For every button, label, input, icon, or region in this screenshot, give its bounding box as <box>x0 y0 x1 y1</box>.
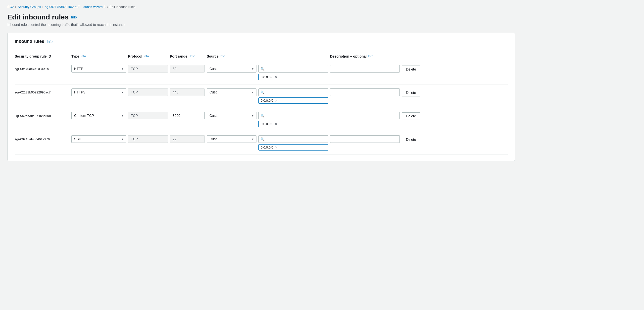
cidr-value-0: 0.0.0.0/0 <box>261 75 273 79</box>
desc-col-0 <box>330 65 400 73</box>
page-title: Edit inbound rules <box>8 13 69 21</box>
source-col-1: 🔍 0.0.0.0/0 ✕ <box>258 88 328 104</box>
cidr-close-3[interactable]: ✕ <box>275 146 277 149</box>
search-input-1[interactable] <box>258 88 328 96</box>
breadcrumb-security-groups[interactable]: Security Groups <box>18 5 41 9</box>
port-input-0 <box>170 65 205 73</box>
breadcrumb-current: Edit inbound rules <box>110 5 135 9</box>
source-select-2[interactable]: Cust... Anywhere-IPv4 Anywhere-IPv6 My I… <box>207 112 256 119</box>
cidr-value-1: 0.0.0.0/0 <box>261 99 273 102</box>
protocol-1 <box>128 88 168 96</box>
protocol-input-2 <box>128 112 168 119</box>
cidr-close-0[interactable]: ✕ <box>275 76 277 79</box>
port-2 <box>170 112 205 119</box>
delete-col-0: Delete <box>402 65 432 73</box>
source-select-1[interactable]: Cust... Anywhere-IPv4 Anywhere-IPv6 My I… <box>207 88 256 96</box>
card-title: Inbound rules <box>15 39 44 44</box>
delete-button-3[interactable]: Delete <box>402 136 420 143</box>
rule-id-1: sgr-02183b00222990ac7 <box>15 88 70 94</box>
cidr-value-2: 0.0.0.0/0 <box>261 122 273 126</box>
breadcrumb-sg-id[interactable]: sg-0971753828106ac17 - launch-wizard-3 <box>45 5 106 9</box>
breadcrumb-ec2[interactable]: EC2 <box>8 5 14 9</box>
search-wrapper-3: 🔍 <box>258 135 328 143</box>
table-row: sgr-00a45af48c4619976 HTTP HTTPS Custom … <box>15 131 508 155</box>
th-desc: Description – optional Info <box>330 54 400 58</box>
desc-input-2[interactable] <box>330 112 400 119</box>
port-3 <box>170 135 205 143</box>
type-select-3[interactable]: HTTP HTTPS Custom TCP SSH <box>72 135 126 143</box>
protocol-input-1 <box>128 88 168 96</box>
th-action <box>402 54 432 58</box>
port-0 <box>170 65 205 73</box>
search-wrapper-2: 🔍 <box>258 112 328 119</box>
delete-button-2[interactable]: Delete <box>402 112 420 120</box>
th-source-input <box>258 54 328 58</box>
desc-input-3[interactable] <box>330 135 400 143</box>
source-col-2: 🔍 0.0.0.0/0 ✕ <box>258 112 328 127</box>
port-input-1 <box>170 88 205 96</box>
cidr-tag-1: 0.0.0.0/0 ✕ <box>258 97 328 104</box>
breadcrumb-sep-2: › <box>42 5 44 9</box>
source-select-0[interactable]: Cust... Anywhere-IPv4 Anywhere-IPv6 My I… <box>207 65 256 73</box>
search-wrapper-1: 🔍 <box>258 88 328 96</box>
rule-id-0: sgr-0ffd70dc7d1084a1a <box>15 65 70 71</box>
delete-col-3: Delete <box>402 135 432 143</box>
protocol-input-0 <box>128 65 168 73</box>
source-select-wrapper-0: Cust... Anywhere-IPv4 Anywhere-IPv6 My I… <box>207 65 256 73</box>
type-select-1[interactable]: HTTP HTTPS Custom TCP SSH <box>72 88 126 96</box>
type-select-wrapper-0: HTTP HTTPS Custom TCP SSH ▼ <box>72 65 126 73</box>
desc-col-2 <box>330 112 400 119</box>
table-header: Security group rule ID Type Info Protoco… <box>15 54 508 61</box>
rule-id-3: sgr-00a45af48c4619976 <box>15 135 70 141</box>
delete-button-1[interactable]: Delete <box>402 89 420 96</box>
search-input-2[interactable] <box>258 112 328 119</box>
search-input-3[interactable] <box>258 135 328 143</box>
type-select-wrapper-3: HTTP HTTPS Custom TCP SSH ▼ <box>72 135 126 143</box>
source-select-3[interactable]: Cust... Anywhere-IPv4 Anywhere-IPv6 My I… <box>207 135 256 143</box>
desc-col-3 <box>330 135 400 143</box>
th-protocol: Protocol Info <box>128 54 168 58</box>
cidr-tag-2: 0.0.0.0/0 ✕ <box>258 121 328 127</box>
card-header: Inbound rules Info <box>15 39 508 44</box>
cidr-tag-3: 0.0.0.0/0 ✕ <box>258 144 328 150</box>
cidr-close-1[interactable]: ✕ <box>275 99 277 102</box>
type-select-2[interactable]: HTTP HTTPS Custom TCP SSH <box>72 112 126 119</box>
page-container: EC2 › Security Groups › sg-0971753828106… <box>0 0 522 171</box>
protocol-3 <box>128 135 168 143</box>
delete-col-1: Delete <box>402 88 432 96</box>
source-col-0: 🔍 0.0.0.0/0 ✕ <box>258 65 328 80</box>
breadcrumb-sep-1: › <box>15 5 16 9</box>
source-select-wrapper-3: Cust... Anywhere-IPv4 Anywhere-IPv6 My I… <box>207 135 256 143</box>
page-subtitle: Inbound rules control the incoming traff… <box>8 23 515 27</box>
table-row: sgr-02183b00222990ac7 HTTP HTTPS Custom … <box>15 84 508 108</box>
source-select-wrapper-1: Cust... Anywhere-IPv4 Anywhere-IPv6 My I… <box>207 88 256 96</box>
th-port: Port range Info <box>170 54 205 58</box>
delete-col-2: Delete <box>402 112 432 120</box>
page-info-link[interactable]: Info <box>71 15 77 19</box>
th-rule-id: Security group rule ID <box>15 54 70 58</box>
protocol-2 <box>128 112 168 119</box>
card-divider <box>15 49 508 49</box>
search-wrapper-0: 🔍 <box>258 65 328 73</box>
port-input-3 <box>170 135 205 143</box>
type-select-wrapper-1: HTTP HTTPS Custom TCP SSH ▼ <box>72 88 126 96</box>
delete-button-0[interactable]: Delete <box>402 66 420 73</box>
th-type: Type Info <box>72 54 126 58</box>
protocol-0 <box>128 65 168 73</box>
breadcrumb-sep-3: › <box>107 5 108 9</box>
type-select-0[interactable]: HTTP HTTPS Custom TCP SSH <box>72 65 126 73</box>
source-select-wrapper-2: Cust... Anywhere-IPv4 Anywhere-IPv6 My I… <box>207 112 256 119</box>
cidr-close-2[interactable]: ✕ <box>275 123 277 126</box>
port-1 <box>170 88 205 96</box>
source-col-3: 🔍 0.0.0.0/0 ✕ <box>258 135 328 150</box>
desc-input-1[interactable] <box>330 88 400 96</box>
table-row: sgr-050553e4e746a580d HTTP HTTPS Custom … <box>15 108 508 131</box>
search-input-0[interactable] <box>258 65 328 73</box>
port-input-2[interactable] <box>170 112 205 119</box>
card-info-link[interactable]: Info <box>47 40 52 44</box>
breadcrumb: EC2 › Security Groups › sg-0971753828106… <box>8 5 515 9</box>
page-title-row: Edit inbound rules Info <box>8 13 515 21</box>
type-select-wrapper-2: HTTP HTTPS Custom TCP SSH ▼ <box>72 112 126 119</box>
desc-input-0[interactable] <box>330 65 400 73</box>
th-source: Source Info <box>207 54 256 58</box>
